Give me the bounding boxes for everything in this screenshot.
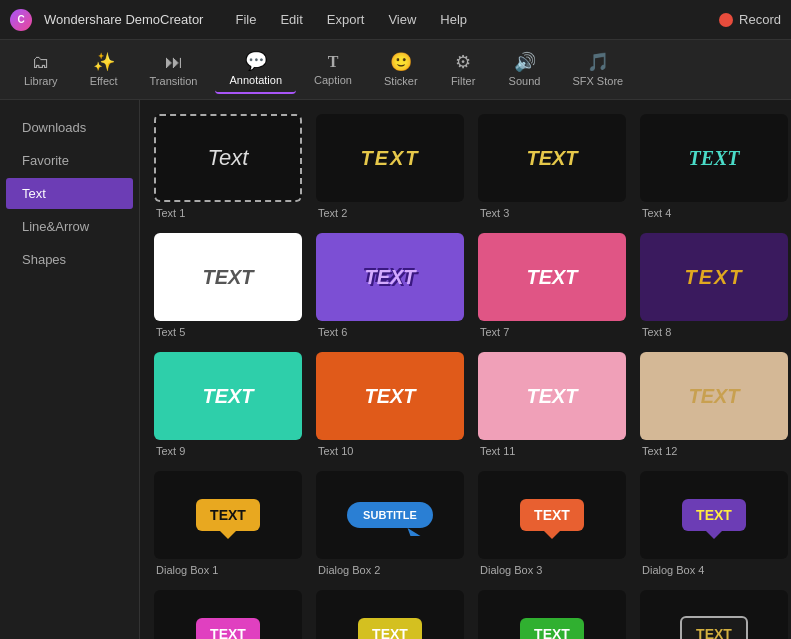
text5-label: Text 5 [154,326,302,338]
tool-effect-label: Effect [90,75,118,87]
card-dialogbox7[interactable]: TEXT Dialog Box 7 [478,590,626,639]
sticker-icon: 🙂 [390,53,412,71]
record-button[interactable]: Record [719,12,781,27]
text1-label: Text 1 [154,207,302,219]
app-logo: C [10,9,32,31]
card-text7[interactable]: TEXT Text 7 [478,233,626,338]
effect-icon: ✨ [93,53,115,71]
db3-preview: TEXT [534,507,570,523]
card-text4[interactable]: TEXT Text 4 [640,114,788,219]
db2-preview: SUBTITLE [363,509,417,521]
filter-icon: ⚙ [455,53,471,71]
record-label: Record [739,12,781,27]
tool-annotation-label: Annotation [229,74,282,86]
text8-preview: TEXT [684,266,743,289]
tool-sticker[interactable]: 🙂 Sticker [370,47,432,93]
library-icon: 🗂 [32,53,50,71]
db4-preview: TEXT [696,507,732,523]
menu-view[interactable]: View [378,8,426,31]
sidebar-item-shapes[interactable]: Shapes [6,244,133,275]
title-bar: C Wondershare DemoCreator File Edit Expo… [0,0,791,40]
text9-preview: TEXT [202,385,253,408]
card-text3[interactable]: TEXT Text 3 [478,114,626,219]
text12-preview: TEXT [688,385,739,408]
tool-sound[interactable]: 🔊 Sound [495,47,555,93]
db8-preview: TEXT [696,626,732,639]
sound-icon: 🔊 [514,53,536,71]
card-text12[interactable]: TEXT Text 12 [640,352,788,457]
card-text8[interactable]: TEXT Text 8 [640,233,788,338]
card-text10[interactable]: TEXT Text 10 [316,352,464,457]
text5-preview: TEXT [202,266,253,289]
card-text11[interactable]: TEXT Text 11 [478,352,626,457]
card-text2[interactable]: TEXT Text 2 [316,114,464,219]
tool-library-label: Library [24,75,58,87]
text3-label: Text 3 [478,207,626,219]
db7-preview: TEXT [534,626,570,639]
card-dialogbox1[interactable]: TEXT Dialog Box 1 [154,471,302,576]
card-dialogbox8[interactable]: TEXT Dialog Box 8 [640,590,788,639]
text10-preview: TEXT [364,385,415,408]
card-text6[interactable]: TEXT Text 6 [316,233,464,338]
tool-caption[interactable]: T Caption [300,48,366,92]
menu-help[interactable]: Help [430,8,477,31]
menu-export[interactable]: Export [317,8,375,31]
content-area: Text Text 1 TEXT Text 2 TEXT Text 3 [140,100,791,639]
tool-transition[interactable]: ⏭ Transition [136,47,212,93]
text7-label: Text 7 [478,326,626,338]
text3-preview: TEXT [526,147,577,170]
sidebar: Downloads Favorite Text Line&Arrow Shape… [0,100,140,639]
card-dialogbox5[interactable]: TEXT Dialog Box 5 [154,590,302,639]
card-text1[interactable]: Text Text 1 [154,114,302,219]
text10-label: Text 10 [316,445,464,457]
tool-filter-label: Filter [451,75,475,87]
text1-preview: Text [208,145,249,171]
text4-label: Text 4 [640,207,788,219]
toolbar: 🗂 Library ✨ Effect ⏭ Transition 💬 Annota… [0,40,791,100]
text6-preview: TEXT [364,266,415,289]
card-dialogbox3[interactable]: TEXT Dialog Box 3 [478,471,626,576]
tool-sticker-label: Sticker [384,75,418,87]
text7-preview: TEXT [526,266,577,289]
card-text5[interactable]: TEXT Text 5 [154,233,302,338]
annotation-icon: 💬 [245,52,267,70]
text12-label: Text 12 [640,445,788,457]
tool-library[interactable]: 🗂 Library [10,47,72,93]
text4-preview: TEXT [688,147,739,170]
sidebar-item-favorite[interactable]: Favorite [6,145,133,176]
db4-label: Dialog Box 4 [640,564,788,576]
text11-label: Text 11 [478,445,626,457]
tool-sfx-label: SFX Store [572,75,623,87]
db6-preview: TEXT [372,626,408,639]
items-grid: Text Text 1 TEXT Text 2 TEXT Text 3 [154,114,777,639]
tool-sfx[interactable]: 🎵 SFX Store [558,47,637,93]
tool-annotation[interactable]: 💬 Annotation [215,46,296,94]
text11-preview: TEXT [526,385,577,408]
sidebar-item-downloads[interactable]: Downloads [6,112,133,143]
tool-filter[interactable]: ⚙ Filter [436,47,491,93]
card-dialogbox6[interactable]: TEXT Dialog Box 6 [316,590,464,639]
db1-preview: TEXT [210,507,246,523]
sidebar-item-text[interactable]: Text [6,178,133,209]
menu-bar: File Edit Export View Help [225,8,477,31]
sidebar-item-line-arrow[interactable]: Line&Arrow [6,211,133,242]
sfx-icon: 🎵 [587,53,609,71]
tool-effect[interactable]: ✨ Effect [76,47,132,93]
db3-label: Dialog Box 3 [478,564,626,576]
app-name: Wondershare DemoCreator [44,12,203,27]
text6-label: Text 6 [316,326,464,338]
caption-icon: T [328,54,339,70]
card-dialogbox4[interactable]: TEXT Dialog Box 4 [640,471,788,576]
menu-file[interactable]: File [225,8,266,31]
main-layout: Downloads Favorite Text Line&Arrow Shape… [0,100,791,639]
tool-caption-label: Caption [314,74,352,86]
card-text9[interactable]: TEXT Text 9 [154,352,302,457]
transition-icon: ⏭ [165,53,183,71]
tool-transition-label: Transition [150,75,198,87]
card-dialogbox2[interactable]: SUBTITLE Dialog Box 2 [316,471,464,576]
text8-label: Text 8 [640,326,788,338]
db5-preview: TEXT [210,626,246,639]
text9-label: Text 9 [154,445,302,457]
tool-sound-label: Sound [509,75,541,87]
menu-edit[interactable]: Edit [270,8,312,31]
